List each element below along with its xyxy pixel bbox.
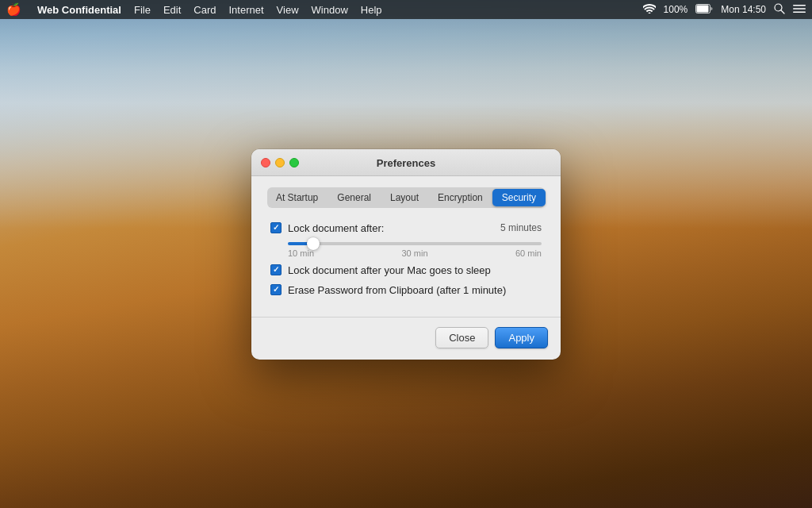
security-settings: Lock document after: 5 minutes 10 min 30… bbox=[267, 222, 545, 296]
dialog-content: At Startup General Layout Encryption Sec… bbox=[251, 176, 561, 317]
menu-view[interactable]: View bbox=[277, 4, 299, 16]
menu-card[interactable]: Card bbox=[193, 4, 216, 16]
tab-at-startup[interactable]: At Startup bbox=[266, 189, 327, 206]
lock-sleep-row: Lock document after your Mac goes to sle… bbox=[270, 264, 542, 276]
minimize-button[interactable] bbox=[275, 158, 285, 167]
slider-max-label: 60 min bbox=[515, 248, 542, 258]
svg-rect-5 bbox=[793, 8, 806, 10]
close-button[interactable] bbox=[261, 158, 270, 167]
tab-encryption[interactable]: Encryption bbox=[428, 189, 492, 206]
svg-line-3 bbox=[781, 10, 784, 13]
close-dialog-button[interactable]: Close bbox=[435, 327, 488, 348]
svg-rect-6 bbox=[793, 11, 806, 13]
menu-window[interactable]: Window bbox=[312, 4, 348, 16]
apple-menu-icon[interactable]: 🍎 bbox=[6, 2, 21, 17]
menu-internet[interactable]: Internet bbox=[228, 4, 263, 16]
battery-icon bbox=[695, 4, 713, 16]
slider-min-label: 10 min bbox=[288, 248, 314, 258]
menubar-right: 100% Mon 14:50 bbox=[643, 3, 806, 17]
lock-after-value: 5 minutes bbox=[500, 222, 542, 233]
wifi-icon bbox=[643, 4, 656, 16]
preferences-dialog: Preferences At Startup General Layout En… bbox=[251, 149, 561, 360]
list-menubar-icon[interactable] bbox=[793, 4, 806, 16]
menu-help[interactable]: Help bbox=[361, 4, 382, 16]
menubar: 🍎 Web Confidential File Edit Card Intern… bbox=[0, 0, 812, 19]
app-name: Web Confidential bbox=[37, 4, 121, 16]
tab-general[interactable]: General bbox=[327, 189, 381, 206]
svg-rect-4 bbox=[793, 5, 806, 6]
slider-mid-label: 30 min bbox=[401, 248, 427, 258]
battery-percentage: 100% bbox=[664, 4, 688, 15]
dialog-titlebar: Preferences bbox=[251, 149, 561, 176]
traffic-lights bbox=[261, 158, 299, 167]
lock-sleep-checkbox[interactable] bbox=[270, 264, 282, 275]
lock-after-checkbox[interactable] bbox=[270, 222, 282, 233]
slider-track bbox=[288, 242, 542, 245]
apply-button[interactable]: Apply bbox=[495, 327, 548, 348]
tab-layout[interactable]: Layout bbox=[381, 189, 428, 206]
lock-after-row: Lock document after: 5 minutes bbox=[270, 222, 542, 234]
lock-after-full-row: Lock document after: 5 minutes bbox=[270, 222, 542, 234]
dialog-footer: Close Apply bbox=[251, 317, 561, 360]
menubar-time: Mon 14:50 bbox=[721, 4, 766, 15]
lock-sleep-label: Lock document after your Mac goes to sle… bbox=[288, 264, 491, 276]
slider-labels: 10 min 30 min 60 min bbox=[288, 248, 542, 258]
erase-password-label: Erase Password from Clipboard (after 1 m… bbox=[288, 284, 506, 296]
erase-password-checkbox[interactable] bbox=[270, 284, 282, 295]
menubar-left: 🍎 Web Confidential File Edit Card Intern… bbox=[6, 2, 382, 17]
lock-after-label: Lock document after: bbox=[288, 222, 384, 234]
slider-thumb[interactable] bbox=[307, 237, 320, 250]
preferences-tabs: At Startup General Layout Encryption Sec… bbox=[267, 187, 545, 208]
lock-time-slider-container: 10 min 30 min 60 min bbox=[288, 242, 542, 258]
search-menubar-icon[interactable] bbox=[774, 3, 785, 17]
menu-file[interactable]: File bbox=[134, 4, 151, 16]
lock-after-left: Lock document after: bbox=[270, 222, 384, 234]
dialog-overlay: Preferences At Startup General Layout En… bbox=[0, 0, 812, 508]
erase-password-row: Erase Password from Clipboard (after 1 m… bbox=[270, 284, 542, 296]
dialog-title: Preferences bbox=[377, 157, 435, 169]
svg-rect-1 bbox=[697, 5, 709, 12]
maximize-button[interactable] bbox=[289, 158, 299, 167]
tab-security[interactable]: Security bbox=[492, 189, 546, 206]
menu-edit[interactable]: Edit bbox=[163, 4, 181, 16]
